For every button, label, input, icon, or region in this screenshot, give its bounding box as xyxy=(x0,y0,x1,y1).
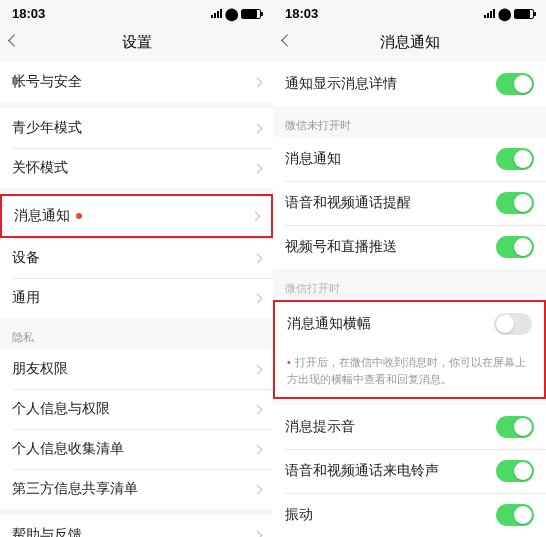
cell-msg-notify[interactable]: 消息通知 xyxy=(273,137,546,181)
cell-label: 通用 xyxy=(12,289,40,307)
cell-label: 朋友权限 xyxy=(12,360,68,378)
cell-personal-permission[interactable]: 个人信息与权限 xyxy=(0,389,273,429)
status-time: 18:03 xyxy=(285,6,318,21)
toggle-vibrate[interactable] xyxy=(496,504,534,526)
cell-label: 语音和视频通话来电铃声 xyxy=(285,462,439,480)
toggle-banner[interactable] xyxy=(494,313,532,335)
cell-general[interactable]: 通用 xyxy=(0,278,273,318)
chevron-right-icon xyxy=(253,444,263,454)
chevron-right-icon xyxy=(253,293,263,303)
section-privacy: 隐私 xyxy=(0,324,273,349)
section-wechat-open: 微信打开时 xyxy=(273,275,546,300)
back-button[interactable] xyxy=(10,31,19,49)
chevron-right-icon xyxy=(251,211,261,221)
section-wechat-closed: 微信未打开时 xyxy=(273,112,546,137)
status-indicators: ⬤ xyxy=(484,7,534,21)
cell-label: 个人信息与权限 xyxy=(12,400,110,418)
nav-bar: 消息通知 xyxy=(273,25,546,62)
battery-icon xyxy=(241,9,261,19)
toggle-voice-ring[interactable] xyxy=(496,460,534,482)
cell-label: 消息通知横幅 xyxy=(287,315,371,333)
chevron-right-icon xyxy=(253,530,263,537)
chevron-left-icon xyxy=(8,34,21,47)
cell-label: 消息通知 xyxy=(285,150,341,168)
settings-screen: 18:03 ⬤ 设置 帐号与安全 青少年模式 关怀模式 xyxy=(0,0,273,537)
nav-bar: 设置 xyxy=(0,25,273,62)
cell-msg-sound[interactable]: 消息提示音 xyxy=(273,405,546,449)
cell-label: 设备 xyxy=(12,249,40,267)
chevron-right-icon xyxy=(253,484,263,494)
tip-text: 打开后，在微信中收到消息时，你可以在屏幕上方出现的横幅中查看和回复消息。 xyxy=(287,356,526,385)
signal-icon xyxy=(484,9,495,18)
chevron-right-icon xyxy=(253,404,263,414)
chevron-right-icon xyxy=(253,253,263,263)
toggle-msg-notify[interactable] xyxy=(496,148,534,170)
cell-device[interactable]: 设备 xyxy=(0,238,273,278)
cell-label: 帐号与安全 xyxy=(12,73,82,91)
notifications-screen: 18:03 ⬤ 消息通知 通知显示消息详情 微信未打开时 消息通知 xyxy=(273,0,546,537)
wifi-icon: ⬤ xyxy=(498,7,511,21)
toggle-show-detail[interactable] xyxy=(496,73,534,95)
cell-message-notification[interactable]: 消息通知 xyxy=(0,194,273,238)
cell-label: 通知显示消息详情 xyxy=(285,75,397,93)
toggle-channels[interactable] xyxy=(496,236,534,258)
battery-icon xyxy=(514,9,534,19)
status-indicators: ⬤ xyxy=(211,7,261,21)
chevron-right-icon xyxy=(253,163,263,173)
toggle-voice-video[interactable] xyxy=(496,192,534,214)
cell-teen-mode[interactable]: 青少年模式 xyxy=(0,108,273,148)
cell-help-feedback[interactable]: 帮助与反馈 xyxy=(0,515,273,537)
chevron-left-icon xyxy=(281,34,294,47)
cell-account-security[interactable]: 帐号与安全 xyxy=(0,62,273,102)
cell-label: 消息提示音 xyxy=(285,418,355,436)
cell-label: 个人信息收集清单 xyxy=(12,440,124,458)
cell-label: 帮助与反馈 xyxy=(12,526,82,537)
status-time: 18:03 xyxy=(12,6,45,21)
chevron-right-icon xyxy=(253,364,263,374)
cell-label: 关怀模式 xyxy=(12,159,68,177)
cell-label: 语音和视频通话提醒 xyxy=(285,194,411,212)
cell-friends-permission[interactable]: 朋友权限 xyxy=(0,349,273,389)
bullet-icon: • xyxy=(287,356,291,368)
banner-tip: •打开后，在微信中收到消息时，你可以在屏幕上方出现的横幅中查看和回复消息。 xyxy=(275,346,544,397)
cell-banner[interactable]: 消息通知横幅 xyxy=(275,302,544,346)
chevron-right-icon xyxy=(253,77,263,87)
cell-personal-collect[interactable]: 个人信息收集清单 xyxy=(0,429,273,469)
cell-voice-ring[interactable]: 语音和视频通话来电铃声 xyxy=(273,449,546,493)
cell-label: 第三方信息共享清单 xyxy=(12,480,138,498)
wifi-icon: ⬤ xyxy=(225,7,238,21)
page-title: 设置 xyxy=(122,33,152,52)
cell-care-mode[interactable]: 关怀模式 xyxy=(0,148,273,188)
chevron-right-icon xyxy=(253,123,263,133)
signal-icon xyxy=(211,9,222,18)
page-title: 消息通知 xyxy=(380,33,440,52)
cell-show-detail[interactable]: 通知显示消息详情 xyxy=(273,62,546,106)
cell-channels-push[interactable]: 视频号和直播推送 xyxy=(273,225,546,269)
cell-voice-video-remind[interactable]: 语音和视频通话提醒 xyxy=(273,181,546,225)
cell-label: 视频号和直播推送 xyxy=(285,238,397,256)
cell-third-party[interactable]: 第三方信息共享清单 xyxy=(0,469,273,509)
toggle-msg-sound[interactable] xyxy=(496,416,534,438)
cell-vibrate[interactable]: 振动 xyxy=(273,493,546,537)
back-button[interactable] xyxy=(283,31,292,49)
red-dot-icon xyxy=(76,213,82,219)
cell-label: 振动 xyxy=(285,506,313,524)
status-bar: 18:03 ⬤ xyxy=(273,0,546,25)
cell-label: 青少年模式 xyxy=(12,119,82,137)
cell-label: 消息通知 xyxy=(14,207,70,225)
status-bar: 18:03 ⬤ xyxy=(0,0,273,25)
